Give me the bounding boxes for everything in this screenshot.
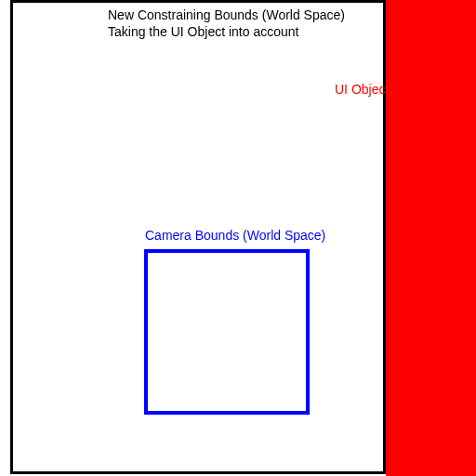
ui-object-label: UI Object xyxy=(335,82,389,97)
title-line-2: Taking the UI Object into account xyxy=(108,24,345,41)
diagram-canvas: New Constraining Bounds (World Space) Ta… xyxy=(0,0,476,476)
ui-object-region xyxy=(386,0,476,476)
title-line-1: New Constraining Bounds (World Space) xyxy=(108,7,345,24)
camera-bounds-rect xyxy=(144,249,310,415)
camera-bounds-label: Camera Bounds (World Space) xyxy=(145,228,325,243)
constraining-bounds-title: New Constraining Bounds (World Space) Ta… xyxy=(108,7,345,40)
